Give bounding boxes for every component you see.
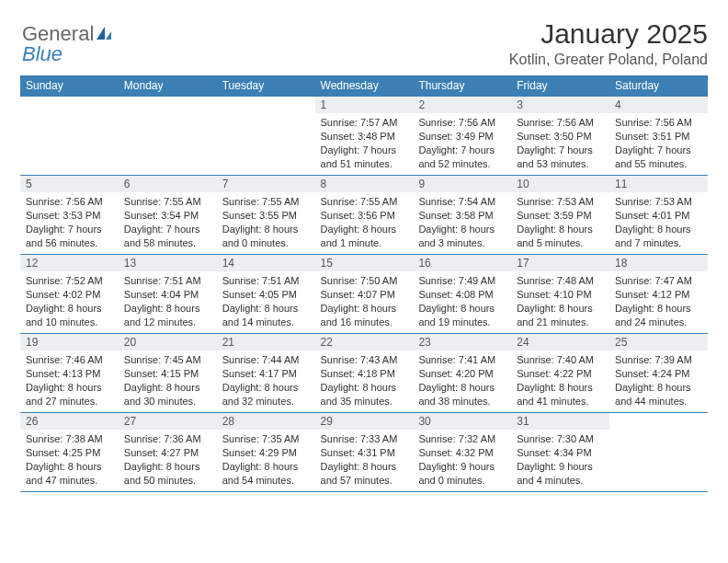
daylight-line1: Daylight: 8 hours — [124, 381, 211, 395]
day-number: 18 — [609, 255, 708, 271]
day-body: Sunrise: 7:53 AMSunset: 3:59 PMDaylight:… — [511, 192, 609, 251]
sunset-text: Sunset: 3:50 PM — [517, 130, 604, 144]
calendar-day-cell: 4Sunrise: 7:56 AMSunset: 3:51 PMDaylight… — [609, 97, 708, 176]
daylight-line1: Daylight: 8 hours — [418, 223, 506, 236]
daylight-line1: Daylight: 8 hours — [517, 381, 604, 395]
daylight-line2: and 27 minutes. — [26, 395, 113, 408]
sunrise-text: Sunrise: 7:57 AM — [321, 116, 408, 130]
calendar-day-cell: 20Sunrise: 7:45 AMSunset: 4:15 PMDayligh… — [119, 334, 217, 413]
sunrise-text: Sunrise: 7:44 AM — [222, 353, 310, 367]
sunrise-text: Sunrise: 7:55 AM — [222, 195, 310, 209]
sunset-text: Sunset: 4:24 PM — [615, 367, 702, 381]
sunrise-text: Sunrise: 7:36 AM — [124, 432, 211, 446]
day-body: Sunrise: 7:56 AMSunset: 3:51 PMDaylight:… — [609, 113, 708, 172]
day-body: Sunrise: 7:46 AMSunset: 4:13 PMDaylight:… — [20, 350, 119, 409]
sunset-text: Sunset: 3:55 PM — [222, 209, 310, 223]
day-body: Sunrise: 7:53 AMSunset: 4:01 PMDaylight:… — [609, 192, 708, 251]
day-body: Sunrise: 7:45 AMSunset: 4:15 PMDaylight:… — [119, 350, 217, 409]
calendar-day-cell: 19Sunrise: 7:46 AMSunset: 4:13 PMDayligh… — [20, 334, 119, 413]
daylight-line1: Daylight: 7 hours — [418, 144, 506, 157]
day-body: Sunrise: 7:43 AMSunset: 4:18 PMDaylight:… — [315, 350, 414, 409]
day-number: 13 — [119, 255, 217, 271]
day-number: 15 — [315, 255, 414, 271]
day-number: 9 — [413, 176, 511, 192]
daylight-line2: and 19 minutes. — [418, 316, 506, 329]
daylight-line2: and 56 minutes. — [26, 236, 113, 250]
calendar-day-cell: 12Sunrise: 7:52 AMSunset: 4:02 PMDayligh… — [20, 255, 119, 334]
sunrise-text: Sunrise: 7:48 AM — [517, 274, 604, 288]
daylight-line1: Daylight: 8 hours — [321, 223, 408, 236]
day-body: Sunrise: 7:49 AMSunset: 4:08 PMDaylight:… — [413, 271, 511, 330]
day-number: 25 — [609, 334, 708, 350]
daylight-line1: Daylight: 7 hours — [26, 223, 113, 236]
sunset-text: Sunset: 3:54 PM — [124, 209, 211, 223]
daylight-line1: Daylight: 8 hours — [418, 381, 506, 395]
calendar-week-row: 12Sunrise: 7:52 AMSunset: 4:02 PMDayligh… — [20, 255, 708, 334]
sunset-text: Sunset: 4:02 PM — [26, 288, 113, 302]
daylight-line2: and 0 minutes. — [222, 236, 310, 250]
daylight-line2: and 1 minute. — [321, 236, 408, 250]
daylight-line1: Daylight: 8 hours — [222, 381, 310, 395]
day-body: Sunrise: 7:40 AMSunset: 4:22 PMDaylight:… — [511, 350, 609, 409]
day-number: 6 — [119, 176, 217, 192]
sunrise-text: Sunrise: 7:47 AM — [615, 274, 702, 288]
day-number: 21 — [217, 334, 315, 350]
daylight-line1: Daylight: 8 hours — [321, 302, 408, 316]
daylight-line1: Daylight: 8 hours — [26, 381, 113, 395]
day-number: 7 — [217, 176, 315, 192]
sunrise-text: Sunrise: 7:39 AM — [615, 353, 702, 367]
day-body: Sunrise: 7:51 AMSunset: 4:05 PMDaylight:… — [217, 271, 315, 330]
weekday-header: Monday — [119, 75, 217, 97]
day-body: Sunrise: 7:55 AMSunset: 3:56 PMDaylight:… — [315, 192, 414, 251]
day-body: Sunrise: 7:51 AMSunset: 4:04 PMDaylight:… — [119, 271, 217, 330]
daylight-line2: and 32 minutes. — [222, 395, 310, 408]
weekday-header: Sunday — [20, 75, 119, 97]
day-body: Sunrise: 7:36 AMSunset: 4:27 PMDaylight:… — [119, 430, 217, 488]
sunrise-text: Sunrise: 7:53 AM — [615, 195, 702, 209]
sunset-text: Sunset: 3:48 PM — [321, 130, 408, 144]
day-body: Sunrise: 7:30 AMSunset: 4:34 PMDaylight:… — [511, 430, 609, 488]
day-body: Sunrise: 7:52 AMSunset: 4:02 PMDaylight:… — [20, 271, 119, 330]
daylight-line1: Daylight: 8 hours — [321, 381, 408, 395]
location-text: Kotlin, Greater Poland, Poland — [509, 52, 708, 68]
calendar-day-cell: 25Sunrise: 7:39 AMSunset: 4:24 PMDayligh… — [609, 334, 708, 413]
daylight-line1: Daylight: 8 hours — [26, 460, 113, 474]
sunset-text: Sunset: 3:56 PM — [321, 209, 408, 223]
sunrise-text: Sunrise: 7:35 AM — [222, 432, 310, 446]
sunset-text: Sunset: 4:01 PM — [615, 209, 702, 223]
day-number: 8 — [315, 176, 414, 192]
day-number: 19 — [20, 334, 119, 350]
sunrise-text: Sunrise: 7:54 AM — [418, 195, 506, 209]
calendar-week-row: 5Sunrise: 7:56 AMSunset: 3:53 PMDaylight… — [20, 176, 708, 255]
sunrise-text: Sunrise: 7:51 AM — [222, 274, 310, 288]
sunrise-text: Sunrise: 7:50 AM — [321, 274, 408, 288]
sunrise-text: Sunrise: 7:46 AM — [26, 353, 113, 367]
weekday-header-row: SundayMondayTuesdayWednesdayThursdayFrid… — [20, 75, 708, 97]
daylight-line2: and 16 minutes. — [321, 316, 408, 329]
sunset-text: Sunset: 4:18 PM — [321, 367, 408, 381]
calendar-day-cell: 21Sunrise: 7:44 AMSunset: 4:17 PMDayligh… — [217, 334, 315, 413]
calendar-day-cell: 6Sunrise: 7:55 AMSunset: 3:54 PMDaylight… — [119, 176, 217, 255]
daylight-line2: and 41 minutes. — [517, 395, 604, 408]
day-body: Sunrise: 7:47 AMSunset: 4:12 PMDaylight:… — [609, 271, 708, 330]
sunset-text: Sunset: 4:13 PM — [26, 367, 113, 381]
logo-word-2: Blue — [22, 42, 63, 65]
daylight-line1: Daylight: 9 hours — [418, 460, 506, 474]
calendar-day-cell: 18Sunrise: 7:47 AMSunset: 4:12 PMDayligh… — [609, 255, 708, 334]
calendar-day-cell: 17Sunrise: 7:48 AMSunset: 4:10 PMDayligh… — [511, 255, 609, 334]
sunrise-text: Sunrise: 7:30 AM — [517, 432, 604, 446]
sunset-text: Sunset: 4:34 PM — [517, 446, 604, 460]
header: General Blue January 2025 Kotlin, Greate… — [20, 18, 708, 68]
sunset-text: Sunset: 4:20 PM — [418, 367, 506, 381]
day-body: Sunrise: 7:55 AMSunset: 3:55 PMDaylight:… — [217, 192, 315, 251]
daylight-line2: and 5 minutes. — [517, 236, 604, 250]
calendar-day-cell: 2Sunrise: 7:56 AMSunset: 3:49 PMDaylight… — [413, 97, 511, 176]
calendar-body: 1Sunrise: 7:57 AMSunset: 3:48 PMDaylight… — [20, 97, 708, 492]
sunset-text: Sunset: 3:58 PM — [418, 209, 506, 223]
sunset-text: Sunset: 3:49 PM — [418, 130, 506, 144]
sunset-text: Sunset: 4:10 PM — [517, 288, 604, 302]
calendar-week-row: 19Sunrise: 7:46 AMSunset: 4:13 PMDayligh… — [20, 334, 708, 413]
calendar-day-cell: 24Sunrise: 7:40 AMSunset: 4:22 PMDayligh… — [511, 334, 609, 413]
daylight-line2: and 30 minutes. — [124, 395, 211, 408]
sunrise-text: Sunrise: 7:33 AM — [321, 432, 408, 446]
